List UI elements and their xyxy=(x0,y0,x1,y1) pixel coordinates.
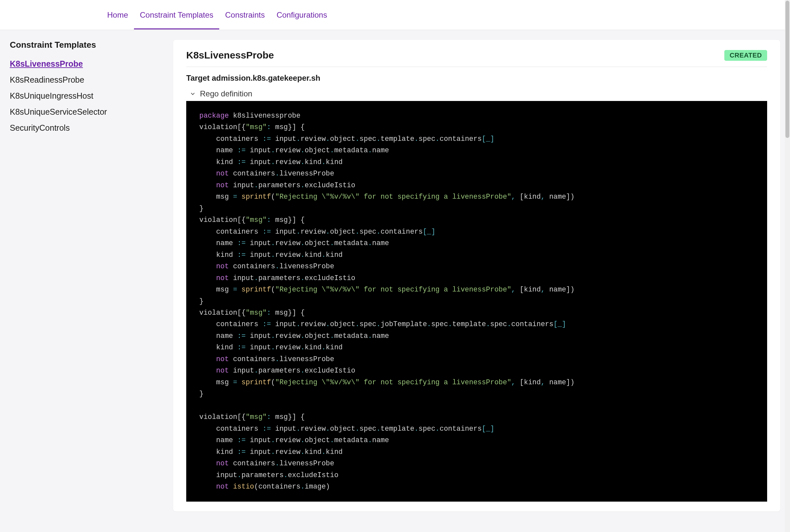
nav-item-constraint-templates[interactable]: Constraint Templates xyxy=(134,1,219,30)
rego-section-label: Rego definition xyxy=(200,89,252,98)
sidebar-item-k8sreadinessprobe[interactable]: K8sReadinessProbe xyxy=(10,72,163,88)
sidebar-title: Constraint Templates xyxy=(10,40,163,50)
sidebar-item-k8suniqueserviceselector[interactable]: K8sUniqueServiceSelector xyxy=(10,104,163,120)
scrollbar-track[interactable] xyxy=(785,0,790,521)
rego-toggle[interactable]: Rego definition xyxy=(186,89,767,98)
rego-code-block[interactable]: package k8slivenessprobe violation[{"msg… xyxy=(186,101,767,501)
page-layout: Constraint Templates K8sLivenessProbeK8s… xyxy=(0,30,790,521)
sidebar-item-k8slivenessprobe[interactable]: K8sLivenessProbe xyxy=(10,56,163,72)
top-nav: HomeConstraint TemplatesConstraintsConfi… xyxy=(0,0,790,30)
sidebar-item-securitycontrols[interactable]: SecurityControls xyxy=(10,120,163,136)
sidebar-item-k8suniqueingresshost[interactable]: K8sUniqueIngressHost xyxy=(10,88,163,104)
page-title: K8sLivenessProbe xyxy=(186,50,274,61)
nav-item-constraints[interactable]: Constraints xyxy=(219,1,271,30)
content-panel: K8sLivenessProbe CREATED Target admissio… xyxy=(173,40,780,511)
nav-item-configurations[interactable]: Configurations xyxy=(271,1,333,30)
status-badge: CREATED xyxy=(724,50,767,61)
content-header: K8sLivenessProbe CREATED xyxy=(186,50,767,67)
nav-item-home[interactable]: Home xyxy=(101,1,134,30)
target-line: Target admission.k8s.gatekeeper.sh xyxy=(186,74,767,83)
sidebar: Constraint Templates K8sLivenessProbeK8s… xyxy=(10,40,163,511)
scrollbar-thumb[interactable] xyxy=(786,1,789,138)
chevron-down-icon xyxy=(190,91,196,97)
target-label: Target xyxy=(186,74,210,82)
target-value: admission.k8s.gatekeeper.sh xyxy=(212,74,320,82)
